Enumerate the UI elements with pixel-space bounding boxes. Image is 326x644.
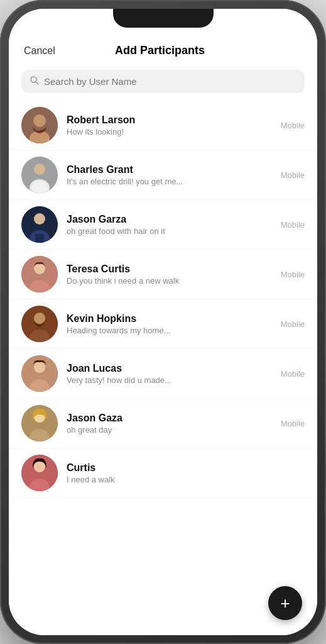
contact-status: It's an electric drill! you get me...	[67, 177, 272, 186]
contact-info: Jason Garza oh great food with hair on i…	[67, 214, 272, 236]
avatar	[21, 157, 58, 193]
contact-name: Jason Garza	[67, 214, 272, 225]
contact-device: Mobile	[281, 220, 305, 230]
avatar	[21, 306, 58, 342]
contact-info: Kevin Hopkins Heading towards my home...	[67, 313, 272, 335]
contact-status: oh great day	[67, 425, 272, 435]
svg-point-28	[34, 461, 45, 472]
search-icon	[30, 76, 39, 87]
page-title: Add Participants	[115, 44, 205, 57]
contact-name: Kevin Hopkins	[67, 313, 272, 325]
contact-list: Robert Larson How its looking! Mobile Ch…	[9, 101, 317, 635]
contact-device: Mobile	[281, 419, 305, 428]
contact-device: Mobile	[281, 270, 305, 279]
contact-name: Joan Lucas	[67, 363, 272, 374]
search-bar[interactable]	[21, 70, 305, 93]
plus-icon: +	[280, 595, 290, 611]
contact-status: How its looking!	[67, 127, 272, 136]
phone-frame: 9:41 Cancel Add Participants	[0, 0, 326, 644]
list-item[interactable]: Jason Garza oh great food with hair on i…	[9, 200, 317, 250]
contact-status: Do you think i need a new walk	[67, 276, 272, 286]
contact-status: Heading towards my home...	[67, 326, 272, 335]
cancel-button[interactable]: Cancel	[24, 45, 55, 57]
list-item[interactable]: Curtis I need a walk	[9, 448, 317, 498]
contact-device: Mobile	[281, 170, 305, 180]
contact-name: Jason Gaza	[67, 413, 272, 424]
contact-device: Mobile	[281, 121, 305, 130]
add-participant-fab[interactable]: +	[268, 586, 302, 620]
svg-point-11	[34, 213, 45, 225]
contact-status: Very tasty! how did u made...	[67, 375, 272, 385]
avatar	[21, 405, 58, 441]
svg-point-7	[34, 164, 45, 175]
avatar	[21, 256, 58, 292]
list-item[interactable]: Robert Larson How its looking! Mobile	[9, 101, 317, 150]
contact-name: Curtis	[67, 462, 296, 474]
contact-name: Teresa Curtis	[67, 264, 272, 275]
svg-point-22	[34, 362, 45, 373]
contact-info: Joan Lucas Very tasty! how did u made...	[67, 363, 272, 385]
contact-info: Teresa Curtis Do you think i need a new …	[67, 264, 272, 286]
contact-device: Mobile	[281, 369, 305, 379]
list-item[interactable]: Jason Gaza oh great day Mobile	[9, 399, 317, 448]
avatar	[21, 206, 58, 243]
notch	[113, 9, 214, 28]
contact-status: I need a walk	[67, 475, 296, 484]
svg-line-1	[36, 82, 38, 84]
svg-point-4	[35, 117, 45, 125]
contact-device: Mobile	[281, 319, 305, 329]
search-container	[9, 65, 317, 101]
list-item[interactable]: Kevin Hopkins Heading towards my home...…	[9, 299, 317, 349]
list-item[interactable]: Teresa Curtis Do you think i need a new …	[9, 250, 317, 299]
list-item[interactable]: Joan Lucas Very tasty! how did u made...…	[9, 349, 317, 399]
contact-name: Charles Grant	[67, 164, 272, 175]
svg-point-19	[34, 313, 45, 324]
avatar	[21, 455, 58, 491]
svg-rect-13	[35, 234, 44, 243]
search-input[interactable]	[44, 76, 296, 87]
contact-info: Jason Gaza oh great day	[67, 413, 272, 435]
header: Cancel Add Participants	[9, 36, 317, 65]
avatar	[21, 107, 58, 143]
list-item[interactable]: Charles Grant It's an electric drill! yo…	[9, 150, 317, 200]
phone-screen: 9:41 Cancel Add Participants	[9, 9, 317, 635]
contact-status: oh great food with hair on it	[67, 226, 272, 236]
avatar	[21, 355, 58, 392]
contact-info: Robert Larson How its looking!	[67, 114, 272, 136]
contact-info: Charles Grant It's an electric drill! yo…	[67, 164, 272, 186]
contact-info: Curtis I need a walk	[67, 462, 296, 484]
contact-name: Robert Larson	[67, 114, 272, 126]
